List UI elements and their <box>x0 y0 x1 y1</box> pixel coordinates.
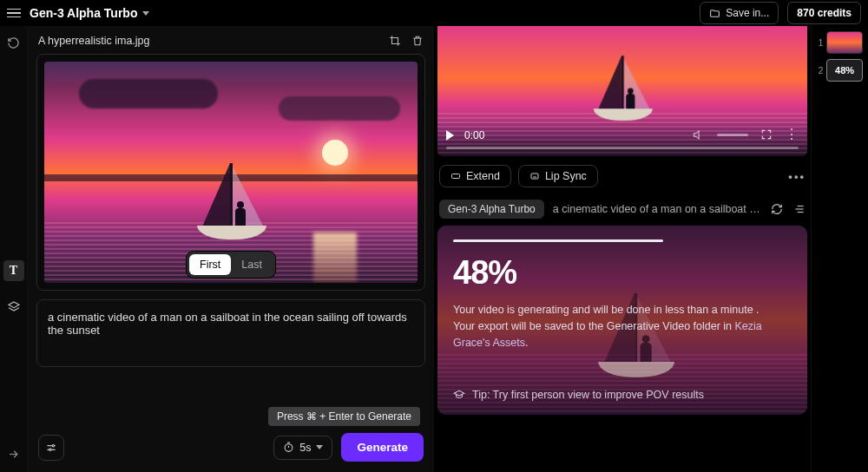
trash-icon[interactable] <box>411 35 424 47</box>
job-status-text: Your video is generating and will be don… <box>453 302 792 351</box>
queue-rail: 1 2 48% <box>811 26 868 472</box>
queue-index: 2 <box>817 66 823 75</box>
generate-tooltip: Press ⌘ + Enter to Generate <box>268 407 420 426</box>
text-tool-icon[interactable]: T <box>3 260 24 281</box>
volume-icon[interactable] <box>692 128 705 141</box>
progress-bar <box>453 239 663 242</box>
stopwatch-icon <box>283 442 294 453</box>
extend-button[interactable]: Extend <box>439 165 511 187</box>
list-icon[interactable] <box>793 203 806 215</box>
lipsync-button[interactable]: Lip Sync <box>518 165 598 187</box>
lipsync-label: Lip Sync <box>545 170 587 182</box>
chevron-down-icon <box>142 11 149 16</box>
svg-point-1 <box>49 449 51 450</box>
generate-bar: Press ⌘ + Enter to Generate 5s Generate <box>36 423 425 465</box>
preview-actions: Extend Lip Sync ••• <box>437 156 807 196</box>
duration-selector[interactable]: 5s <box>273 436 332 460</box>
source-filename: A hyperrealistic ima.jpg <box>38 35 150 47</box>
undo-icon[interactable] <box>7 36 21 50</box>
queue-item[interactable]: 2 48% <box>817 59 863 82</box>
frame-first-button[interactable]: First <box>189 254 231 275</box>
queue-thumbnail <box>826 31 863 54</box>
queue-index: 1 <box>817 38 823 48</box>
job-status-line2: Your export will be saved to the Generat… <box>453 318 792 351</box>
tip-text: Tip: Try first person view to improve PO… <box>472 389 704 401</box>
video-preview[interactable]: 0:00 ⋮ <box>437 26 807 156</box>
source-image-card: First Last <box>36 54 425 291</box>
layers-icon[interactable] <box>7 300 21 314</box>
scrubber[interactable] <box>446 147 799 149</box>
job-header: Gen-3 Alpha Turbo a cinematic video of a… <box>437 196 807 226</box>
extend-label: Extend <box>466 170 500 182</box>
right-pane: 0:00 ⋮ Extend <box>434 26 811 472</box>
frame-last-button[interactable]: Last <box>231 254 273 275</box>
tip-row: Tip: Try first person view to improve PO… <box>453 389 792 401</box>
left-rail: T <box>0 26 28 472</box>
queue-item[interactable]: 1 <box>817 31 863 54</box>
job-status-line1: Your video is generating and will be don… <box>453 302 792 318</box>
credits-badge[interactable]: 870 credits <box>787 2 861 24</box>
svg-rect-4 <box>531 174 538 179</box>
job-model-pill: Gen-3 Alpha Turbo <box>439 200 544 219</box>
folder-icon <box>709 8 720 19</box>
player-controls: 0:00 ⋮ <box>437 123 807 156</box>
chevron-down-icon <box>316 445 323 449</box>
frame-toggle: First Last <box>187 252 275 278</box>
collapse-icon[interactable] <box>7 448 21 462</box>
top-bar: Gen-3 Alpha Turbo Save in... 870 credits <box>0 0 868 26</box>
crop-icon[interactable] <box>389 35 401 47</box>
left-pane: A hyperrealistic ima.jpg First Last <box>28 26 434 472</box>
queue-progress: 48% <box>826 59 863 82</box>
source-image <box>44 62 418 283</box>
lipsync-icon <box>529 171 540 181</box>
cap-icon <box>453 389 465 401</box>
fullscreen-icon[interactable] <box>760 128 773 141</box>
play-icon[interactable] <box>446 130 454 141</box>
preview-more-icon[interactable]: ••• <box>788 170 806 183</box>
playback-time: 0:00 <box>464 129 484 141</box>
volume-slider[interactable] <box>717 134 748 136</box>
sliders-icon <box>45 442 57 454</box>
job-prompt-text: a cinematic video of a man on a sailboat… <box>553 203 762 215</box>
save-label: Save in... <box>726 7 769 19</box>
svg-point-0 <box>52 444 54 446</box>
model-selector[interactable]: Gen-3 Alpha Turbo <box>30 6 149 20</box>
model-name: Gen-3 Alpha Turbo <box>30 6 137 20</box>
generate-button[interactable]: Generate <box>341 433 424 462</box>
settings-button[interactable] <box>38 435 64 461</box>
menu-icon[interactable] <box>7 7 21 20</box>
svg-rect-3 <box>452 174 460 179</box>
extend-icon <box>450 171 461 181</box>
prompt-input[interactable]: a cinematic video of a man on a sailboat… <box>36 299 425 367</box>
svg-point-2 <box>285 444 293 452</box>
progress-percent: 48% <box>453 254 792 292</box>
duration-value: 5s <box>299 442 311 454</box>
refresh-icon[interactable] <box>771 203 783 215</box>
file-bar: A hyperrealistic ima.jpg <box>36 33 425 54</box>
save-button[interactable]: Save in... <box>700 2 779 24</box>
job-card: 48% Your video is generating and will be… <box>437 226 807 415</box>
player-more-icon[interactable]: ⋮ <box>785 128 799 141</box>
